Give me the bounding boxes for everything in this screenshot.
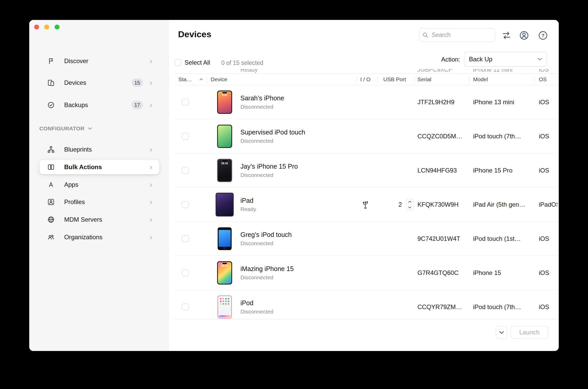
app-grid: [220, 298, 222, 300]
sidebar-item-organizations[interactable]: Organizations ›: [39, 230, 159, 244]
account-icon: [518, 30, 530, 41]
row-checkbox[interactable]: [182, 270, 189, 276]
row-checkbox[interactable]: [182, 201, 189, 208]
table-row[interactable]: iPod Disconnected CCQYR79ZM… iPod touch …: [174, 290, 558, 319]
sidebar-item-label: Organizations: [64, 234, 102, 241]
sidebar-item-blueprints[interactable]: Blueprints ›: [39, 142, 159, 157]
device-os: iOS: [539, 153, 557, 187]
column-header-model[interactable]: Model: [473, 74, 488, 85]
device-status: Disconnected: [240, 138, 273, 144]
table-row[interactable]: 9:41 Sarah’s iPhone Disconnected JTF2L9H…: [174, 85, 558, 119]
device-model: iPhone 15 Pro: [473, 153, 537, 187]
device-serial: JTF2L9H2H9: [417, 85, 471, 119]
home-button: [223, 247, 226, 249]
column-header-io[interactable]: I / O: [360, 74, 371, 85]
action-label: Action:: [429, 56, 460, 63]
help-button[interactable]: ?: [537, 30, 549, 41]
column-header-usb-port[interactable]: USB Port: [383, 74, 406, 85]
column-header-os[interactable]: OS: [539, 74, 547, 85]
device-os: iOS: [539, 290, 557, 319]
device-os: iOS: [539, 69, 549, 73]
table-row[interactable]: Supervised iPod touch Disconnected CCQZC…: [174, 119, 558, 153]
table-body: 9:41 Sarah’s iPhone Disconnected JTF2L9H…: [174, 85, 558, 319]
device-table: Ready JGBFC9XCF iPhone 12 mini iOS Sta… …: [174, 69, 558, 319]
transfer-button[interactable]: [501, 30, 512, 41]
header-divider: [469, 77, 469, 82]
device-thumbnail: [214, 227, 235, 250]
sidebar-item-discover[interactable]: Discover ›: [39, 54, 159, 68]
launch-button[interactable]: Launch: [511, 326, 548, 339]
app-window: Discover › Devices 15 › Backups 17 › CON…: [29, 20, 559, 351]
close-button[interactable]: [34, 25, 39, 29]
device-thumbnail: 18:41: [214, 159, 235, 182]
chevron-right-icon: ›: [150, 233, 152, 241]
sidebar-item-devices[interactable]: Devices 15 ›: [39, 76, 159, 90]
column-header-serial[interactable]: Serial: [417, 74, 431, 85]
help-icon: ?: [537, 30, 549, 41]
stepper-divider: [407, 205, 412, 205]
search-input[interactable]: [431, 31, 492, 39]
sidebar: Discover › Devices 15 › Backups 17 › CON…: [29, 20, 169, 351]
transfer-arrows-icon: [501, 30, 512, 41]
select-all-checkbox[interactable]: [175, 59, 181, 66]
thumbnail-clock-text: 9:41: [218, 94, 231, 96]
device-thumbnail: 9:41: [214, 91, 235, 114]
launch-button-label: Launch: [519, 329, 540, 336]
device-model: iPhone 13 mini: [473, 85, 537, 119]
device-status: Ready: [240, 206, 256, 213]
svg-text:?: ?: [541, 33, 545, 38]
column-header-device[interactable]: Device: [211, 74, 227, 85]
device-serial: LCN94HFG93: [417, 153, 471, 187]
usb-port-stepper[interactable]: [406, 199, 413, 211]
bulk-actions-icon: [47, 163, 55, 171]
table-row[interactable]: 18:41 iMazing iPhone 15 Disconnected G7R…: [174, 256, 558, 290]
table-row[interactable]: iPad Ready 2 KFQK730W9H iPad Air (5th ge…: [174, 188, 558, 222]
devices-icon: [47, 79, 55, 87]
table-row[interactable]: 18:41 Jay’s iPhone 15 Pro Disconnected L…: [174, 153, 558, 188]
stepper-down-icon: [408, 206, 411, 208]
launch-options-button[interactable]: [496, 326, 507, 339]
blueprints-icon: [47, 146, 55, 153]
device-status: Ready: [240, 69, 258, 73]
header-divider: [357, 77, 357, 82]
device-status: Disconnected: [240, 308, 273, 315]
device-name: Jay’s iPhone 15 Pro: [240, 162, 298, 170]
account-button[interactable]: [518, 30, 530, 41]
action-dropdown[interactable]: Back Up: [464, 52, 547, 66]
select-all-label: Select All: [185, 59, 210, 66]
sidebar-item-mdm-servers[interactable]: MDM Servers ›: [39, 212, 159, 227]
people-icon: [47, 233, 55, 241]
device-thumbnail: 18:41: [214, 261, 235, 285]
chevron-right-icon: ›: [150, 145, 152, 153]
device-status: Disconnected: [240, 240, 273, 247]
column-header-status[interactable]: Sta…: [178, 74, 192, 85]
row-checkbox[interactable]: [182, 304, 189, 310]
row-checkbox[interactable]: [182, 235, 189, 242]
sidebar-item-apps[interactable]: Apps ›: [39, 177, 159, 192]
sidebar-section-configurator[interactable]: CONFIGURATOR: [39, 125, 92, 132]
thumbnail-clock-text: 18:41: [218, 264, 231, 267]
selection-summary: 0 of 15 selected: [221, 59, 263, 66]
sidebar-item-backups[interactable]: Backups 17 ›: [39, 98, 159, 112]
device-name: iMazing iPhone 15: [240, 265, 294, 273]
zoom-button[interactable]: [55, 25, 60, 29]
device-model: iPod touch (7th…: [473, 290, 537, 319]
row-checkbox[interactable]: [182, 167, 189, 174]
device-serial: JGBFC9XCF: [417, 69, 452, 73]
backup-check-icon: [47, 101, 55, 109]
table-bottom-border: [174, 319, 558, 319]
row-checkbox[interactable]: [182, 133, 189, 140]
device-thumbnail: [214, 193, 235, 216]
minimize-button[interactable]: [44, 25, 49, 29]
device-os: iOS: [539, 222, 557, 256]
table-row[interactable]: Greg’s iPod touch Disconnected 9C742U01W…: [174, 222, 558, 256]
usb-port-value: 2: [386, 188, 402, 221]
sidebar-item-bulk-actions[interactable]: Bulk Actions ›: [39, 160, 159, 174]
chevron-right-icon: ›: [150, 101, 152, 109]
chevron-right-icon: ›: [150, 215, 152, 223]
chevron-down-icon: [88, 127, 92, 130]
header-divider: [377, 77, 378, 82]
row-checkbox[interactable]: [182, 99, 189, 106]
sidebar-item-label: Profiles: [64, 198, 85, 206]
sidebar-item-profiles[interactable]: Profiles ›: [39, 195, 159, 209]
